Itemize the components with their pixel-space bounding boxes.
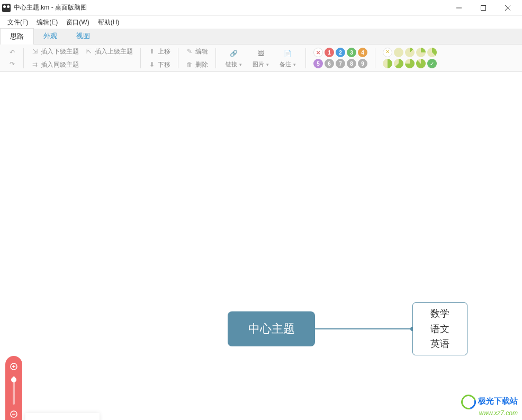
center-node[interactable]: 中心主题 [228,311,315,346]
menu-help[interactable]: 帮助(H) [94,17,124,28]
priority-6[interactable]: 6 [325,59,334,68]
progress-3[interactable] [427,48,437,57]
menu-file[interactable]: 文件(F) [3,17,32,28]
menu-bar: 文件(F) 编辑(E) 窗口(W) 帮助(H) [0,16,522,29]
watermark-url: www.xz7.com [461,409,518,417]
child-line-1: 数学 [430,306,449,321]
priority-9[interactable]: 9 [358,59,367,68]
child-line-2: 语文 [430,321,449,337]
menu-edit[interactable]: 编辑(E) [32,17,62,28]
separator [375,48,375,68]
watermark-title: 极光下载站 [478,396,518,405]
minimap[interactable] [25,413,100,420]
separator [305,48,306,68]
image-icon: 🖼 [255,48,267,59]
center-node-label: 中心主题 [248,321,295,337]
arrow-up-icon: ⬆ [148,48,156,55]
child-node[interactable]: 数学 语文 英语 [412,302,467,355]
arrow-down-icon: ⬇ [148,61,156,68]
progress-1[interactable] [405,48,415,57]
progress-7[interactable] [416,59,426,68]
tree-child-icon: ⇲ [31,48,39,55]
label: 链接 [226,60,242,68]
priority-4[interactable]: 4 [358,48,367,57]
insert-sibling-button[interactable]: ⇉插入同级主题 [28,59,136,70]
progress-8[interactable]: ✓ [427,59,437,68]
link-dropdown[interactable]: 🔗 链接 [220,48,247,68]
priority-7[interactable]: 7 [336,59,345,68]
progress-6[interactable] [405,59,415,68]
label: 删除 [195,60,208,69]
label: 图片 [253,60,269,68]
tab-bar: 思路 外观 视图 [0,29,522,44]
insert-parent-button[interactable]: ⇱插入上级主题 [82,46,136,57]
image-dropdown[interactable]: 🖼 图片 [247,48,274,68]
label: 插入上级主题 [95,47,133,56]
edit-button[interactable]: ✎编辑 [183,46,211,57]
app-icon [2,4,11,12]
separator [215,48,216,68]
progress-0[interactable] [394,48,403,57]
trash-icon: 🗑 [186,61,193,68]
note-icon: 📄 [282,48,294,59]
tab-view[interactable]: 视图 [67,28,100,44]
undo-button[interactable]: ↶ [5,48,19,57]
child-line-3: 英语 [430,336,449,352]
tab-idea[interactable]: 思路 [0,28,34,44]
pencil-icon: ✎ [186,48,193,55]
progress-2[interactable] [416,48,426,57]
tree-sibling-icon: ⇉ [31,61,39,68]
watermark-logo-icon [458,392,479,412]
note-dropdown[interactable]: 📄 备注 [274,48,301,68]
close-button[interactable] [496,0,520,16]
zoom-in-button[interactable] [7,360,20,373]
window-controls [447,0,520,16]
progress-clear[interactable] [383,48,392,57]
mindmap-canvas[interactable]: 中心主题 数学 语文 英语 极光下载站 www.xz7.com [0,72,522,420]
label: 插入下级主题 [41,47,79,56]
progress-5[interactable] [394,59,403,68]
move-up-button[interactable]: ⬆上移 [145,46,174,57]
delete-button[interactable]: 🗑删除 [183,59,211,70]
node-connector [315,328,412,329]
label: 编辑 [195,47,208,56]
progress-4[interactable] [383,59,392,68]
priority-8[interactable]: 8 [347,59,356,68]
separator [178,48,178,68]
label: 备注 [280,60,296,68]
watermark: 极光下载站 www.xz7.com [461,395,518,417]
priority-clear[interactable]: ✕ [313,48,323,57]
link-icon: 🔗 [228,48,240,59]
progress-group: ✓ [380,48,440,68]
tree-parent-icon: ⇱ [85,48,93,55]
priority-group: ✕ 1 2 3 4 5 6 7 8 9 [310,48,371,68]
zoom-out-button[interactable] [7,408,20,420]
zoom-panel [5,356,22,420]
separator [23,48,24,68]
redo-button[interactable]: ↷ [5,59,19,69]
menu-window[interactable]: 窗口(W) [62,17,93,28]
toolbar: ↶ ↷ ⇲插入下级主题 ⇱插入上级主题 ⇉插入同级主题 ⬆上移 ⬇下移 ✎编辑 … [0,44,522,72]
label: 下移 [158,60,170,69]
zoom-slider[interactable] [13,376,15,405]
title-bar: 中心主题.km - 桌面版脑图 [0,0,522,16]
priority-2[interactable]: 2 [336,48,345,57]
redo-icon: ↷ [8,60,16,68]
separator [140,48,141,68]
svg-rect-1 [481,5,486,10]
priority-5[interactable]: 5 [313,59,323,68]
insert-child-button[interactable]: ⇲插入下级主题 [28,46,82,57]
maximize-button[interactable] [471,0,496,16]
priority-3[interactable]: 3 [347,48,356,57]
label: 插入同级主题 [41,60,79,69]
window-title: 中心主题.km - 桌面版脑图 [14,3,87,12]
undo-icon: ↶ [8,49,16,56]
move-down-button[interactable]: ⬇下移 [145,59,174,70]
label: 上移 [158,47,170,56]
priority-1[interactable]: 1 [325,48,334,57]
tab-appearance[interactable]: 外观 [34,28,67,44]
minimize-button[interactable] [447,0,471,16]
